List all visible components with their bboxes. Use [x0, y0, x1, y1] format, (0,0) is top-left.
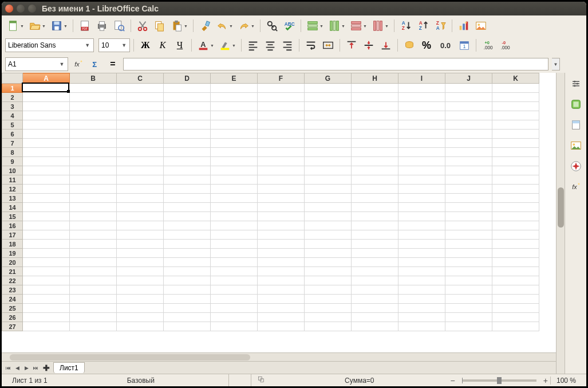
- cell[interactable]: [117, 111, 164, 120]
- cell[interactable]: [258, 139, 305, 148]
- cell[interactable]: [70, 249, 117, 258]
- cell[interactable]: [211, 175, 258, 185]
- cell[interactable]: [70, 185, 117, 194]
- cell[interactable]: [258, 111, 305, 120]
- cell[interactable]: [398, 185, 445, 194]
- cell[interactable]: [70, 230, 117, 240]
- cell[interactable]: [492, 212, 539, 221]
- cell[interactable]: [211, 313, 258, 322]
- row-header[interactable]: 25: [2, 304, 23, 313]
- cell[interactable]: [164, 139, 211, 148]
- zoom-in-button[interactable]: +: [541, 376, 550, 385]
- font-size-input[interactable]: [101, 41, 121, 49]
- cell[interactable]: [117, 148, 164, 157]
- cell[interactable]: [352, 249, 398, 258]
- cell[interactable]: [211, 166, 258, 175]
- column-header[interactable]: A: [23, 73, 70, 84]
- zoom-out-button[interactable]: −: [448, 376, 457, 385]
- cell[interactable]: [305, 93, 352, 102]
- cell[interactable]: [23, 120, 70, 130]
- cell[interactable]: [258, 185, 305, 194]
- row-header[interactable]: 4: [2, 111, 23, 120]
- cell[interactable]: [70, 157, 117, 166]
- cell[interactable]: [352, 93, 398, 102]
- cell[interactable]: [23, 84, 70, 93]
- cell[interactable]: [258, 285, 305, 295]
- cell[interactable]: [445, 322, 492, 331]
- cell[interactable]: [117, 212, 164, 221]
- highlight-color-button[interactable]: ▼: [217, 37, 238, 53]
- cell[interactable]: [352, 322, 398, 331]
- align-left-button[interactable]: [245, 37, 261, 53]
- cell[interactable]: [164, 249, 211, 258]
- cell[interactable]: [164, 120, 211, 130]
- cell[interactable]: [23, 249, 70, 258]
- status-zoom[interactable]: 100 %: [550, 377, 582, 385]
- cell[interactable]: [398, 84, 445, 93]
- cell[interactable]: [70, 322, 117, 331]
- row-header[interactable]: 13: [2, 194, 23, 203]
- wrap-text-button[interactable]: [303, 37, 319, 53]
- cell[interactable]: [23, 203, 70, 212]
- cell[interactable]: [445, 221, 492, 230]
- cell[interactable]: [492, 258, 539, 267]
- cell[interactable]: [117, 194, 164, 203]
- row-header[interactable]: 12: [2, 185, 23, 194]
- cell[interactable]: [305, 313, 352, 322]
- cell[interactable]: [398, 157, 445, 166]
- cell[interactable]: [164, 276, 211, 285]
- font-size-dropdown-icon[interactable]: ▼: [121, 42, 127, 48]
- cell[interactable]: [398, 258, 445, 267]
- row-header[interactable]: 27: [2, 322, 23, 331]
- date-format-button[interactable]: 1: [456, 37, 472, 53]
- cell[interactable]: [352, 240, 398, 249]
- cell[interactable]: [23, 285, 70, 295]
- cell[interactable]: [117, 230, 164, 240]
- export-pdf-button[interactable]: PDF: [77, 18, 93, 34]
- underline-button[interactable]: Ч: [172, 37, 188, 53]
- insert-row-button[interactable]: ▼: [305, 18, 325, 34]
- cell[interactable]: [398, 130, 445, 139]
- function-equals-button[interactable]: =: [106, 57, 120, 71]
- cell[interactable]: [117, 139, 164, 148]
- cell[interactable]: [211, 276, 258, 285]
- cell[interactable]: [258, 258, 305, 267]
- cell[interactable]: [398, 304, 445, 313]
- delete-column-button[interactable]: ▼: [370, 18, 390, 34]
- cell[interactable]: [23, 276, 70, 285]
- cell[interactable]: [164, 221, 211, 230]
- cell[interactable]: [211, 139, 258, 148]
- cell[interactable]: [164, 304, 211, 313]
- align-middle-button[interactable]: [361, 37, 377, 53]
- cell[interactable]: [117, 120, 164, 130]
- formula-input[interactable]: [123, 58, 548, 70]
- cell[interactable]: [305, 295, 352, 304]
- cell[interactable]: [398, 230, 445, 240]
- cell[interactable]: [305, 267, 352, 276]
- row-header[interactable]: 6: [2, 130, 23, 139]
- cell[interactable]: [398, 175, 445, 185]
- cell[interactable]: [305, 221, 352, 230]
- cell[interactable]: [70, 212, 117, 221]
- cell[interactable]: [445, 249, 492, 258]
- cell[interactable]: [352, 139, 398, 148]
- cell[interactable]: [211, 230, 258, 240]
- cell[interactable]: [398, 267, 445, 276]
- cell[interactable]: [305, 194, 352, 203]
- cell[interactable]: [164, 313, 211, 322]
- vertical-scrollbar[interactable]: [556, 73, 565, 374]
- cell[interactable]: [258, 295, 305, 304]
- cell[interactable]: [23, 175, 70, 185]
- cell[interactable]: [398, 111, 445, 120]
- cell[interactable]: [492, 120, 539, 130]
- cell[interactable]: [398, 139, 445, 148]
- cell[interactable]: [445, 203, 492, 212]
- column-header[interactable]: F: [258, 73, 305, 84]
- new-document-button[interactable]: ▼: [5, 18, 26, 34]
- cell[interactable]: [258, 84, 305, 93]
- cell[interactable]: [23, 212, 70, 221]
- cell[interactable]: [445, 120, 492, 130]
- cell[interactable]: [70, 295, 117, 304]
- cell[interactable]: [492, 276, 539, 285]
- cell[interactable]: [258, 221, 305, 230]
